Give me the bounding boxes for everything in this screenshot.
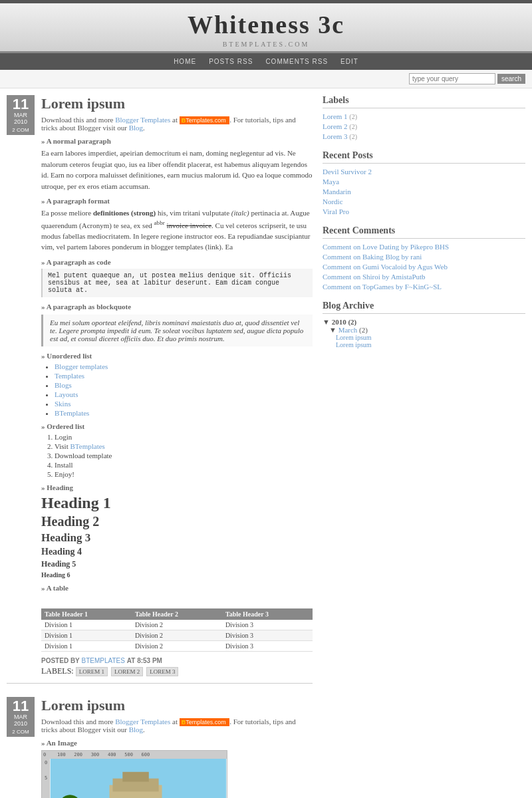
recent-comments-list: Comment on Love Dating by Pikepro BHS Co… xyxy=(323,243,525,291)
templates-link[interactable]: blogger templates (link) xyxy=(151,243,221,251)
section-heading-image: » An Image xyxy=(41,739,313,747)
post-body-2: Lorem ipsum Download this and more Blogg… xyxy=(41,697,313,798)
list-item: Maya xyxy=(323,178,525,186)
image-scene xyxy=(50,759,227,798)
blog-link-2[interactable]: Blog xyxy=(129,726,143,733)
archive-post-link-0[interactable]: Lorem ipsum xyxy=(336,334,372,341)
section-heading-code: » A paragraph as code xyxy=(41,258,313,266)
recent-post-3[interactable]: Nordic xyxy=(323,198,343,205)
table-cell: Division 3 xyxy=(222,620,313,630)
blogger-templates-link-2[interactable]: Blogger Templates xyxy=(115,718,170,726)
ol-item-1[interactable]: BTemplates xyxy=(70,442,104,450)
archive-post-link-1[interactable]: Lorem ipsum xyxy=(336,341,372,348)
section-heading-format: » A paragraph format xyxy=(41,197,313,205)
main-nav: HOME POSTS RSS COMMENTS RSS EDIT xyxy=(0,53,532,70)
recent-post-4[interactable]: Viral Pro xyxy=(323,207,349,215)
comment-1[interactable]: Comment on Baking Blog by rani xyxy=(323,253,422,261)
list-item: Comment on Gumi Vocaloid by Agus Web xyxy=(323,263,525,271)
sidebar-blog-archive: Blog Archive ▼ 2010 (2) ▼ March (2) Lore… xyxy=(323,301,525,348)
table-cell: Division 1 xyxy=(41,640,132,651)
table-cell: Division 3 xyxy=(222,630,313,640)
labels-label: LABELS: xyxy=(41,666,74,676)
section-heading-normal: » A normal paragraph xyxy=(41,137,313,145)
recent-post-2[interactable]: Mandarin xyxy=(323,188,351,196)
list-item: Blogs xyxy=(55,381,313,389)
comment-0[interactable]: Comment on Love Dating by Pikepro BHS xyxy=(323,243,449,251)
ul-item-1[interactable]: Templates xyxy=(55,372,84,380)
ul-item-0[interactable]: Blogger templates xyxy=(55,362,108,370)
ruler-mark-v: 0 xyxy=(45,760,47,765)
blog-link[interactable]: Blog xyxy=(129,124,143,132)
label-item-1[interactable]: Lorem 2 xyxy=(323,122,348,130)
ordered-list: Login Visit BTemplates Download template… xyxy=(55,433,313,478)
demo-table: Table Header 1 Table Header 2 Table Head… xyxy=(41,608,313,652)
post-author[interactable]: BTEMPLATES xyxy=(82,657,125,664)
search-button[interactable]: search xyxy=(497,74,525,84)
post-year: 2010 xyxy=(9,720,33,727)
label-item-0[interactable]: Lorem 1 xyxy=(323,112,348,120)
ul-item-5[interactable]: BTemplates xyxy=(55,409,89,417)
demo-heading-2: Heading 2 xyxy=(41,514,313,529)
comment-3[interactable]: Comment on Shiroi by AmistaPutb xyxy=(323,273,426,281)
label-lorem3[interactable]: LOREM 3 xyxy=(146,667,178,676)
list-item: Skins xyxy=(55,400,313,408)
post-footer-1: POSTED BY BTEMPLATES AT 8:53 PM xyxy=(41,657,313,664)
ul-item-2[interactable]: Blogs xyxy=(55,381,72,389)
ul-item-4[interactable]: Skins xyxy=(55,400,70,408)
strong-text: definitiones (strong) xyxy=(93,209,156,217)
acronym-link[interactable]: Acronym xyxy=(82,221,110,229)
section-heading-blockquote: » A paragraph as blockquote xyxy=(41,303,313,311)
list-item: Lorem 3 (2) xyxy=(323,132,525,140)
archive-month-link[interactable]: March xyxy=(338,326,358,334)
recent-post-1[interactable]: Maya xyxy=(323,178,339,186)
archive-post: Lorem ipsum xyxy=(336,341,525,348)
blockquote-block: Eu mei solum oporteat eleifend, libris n… xyxy=(41,315,313,346)
ul-item-3[interactable]: Layouts xyxy=(55,390,78,398)
list-item: Viral Pro xyxy=(323,207,525,215)
normal-paragraph: Ea earn labores imperdiet, apeirian demo… xyxy=(41,148,313,192)
nav-posts-rss[interactable]: POSTS RSS xyxy=(209,58,253,65)
search-input[interactable] xyxy=(409,73,495,84)
post-intro-1: Download this and more Blogger Templates… xyxy=(41,116,313,132)
archive-year-link[interactable]: 2010 xyxy=(332,318,346,326)
posted-by-label: POSTED BY xyxy=(41,657,80,664)
post-date-1: 11 MAR 2010 2 COM xyxy=(7,95,35,135)
labels-heading: Labels xyxy=(323,95,525,108)
section-heading-headings: » Heading xyxy=(41,483,313,491)
list-item: Download template xyxy=(55,452,313,460)
nav-home[interactable]: HOME xyxy=(174,58,196,65)
section-heading-table: » A table xyxy=(41,584,313,592)
post-comments: 2 COM xyxy=(9,127,33,133)
list-item: Install xyxy=(55,461,313,469)
blogger-templates-link[interactable]: Blogger Templates xyxy=(115,116,170,124)
list-item: Blogger templates xyxy=(55,362,313,370)
label-lorem2[interactable]: LOREM 2 xyxy=(111,667,143,676)
post-month: MAR xyxy=(9,112,33,118)
list-item: Enjoy! xyxy=(55,470,313,478)
site-title: Whiteness 3c xyxy=(0,10,532,39)
demo-heading-1: Heading 1 xyxy=(41,494,313,512)
site-header: Whiteness 3c BTEMPLATES.COM xyxy=(0,3,532,53)
table-cell: Division 2 xyxy=(132,620,222,630)
table-cell: Division 2 xyxy=(132,630,222,640)
list-item: Templates xyxy=(55,372,313,380)
labels-list: Lorem 1 (2) Lorem 2 (2) Lorem 3 (2) xyxy=(323,112,525,140)
label-lorem1[interactable]: LOREM 1 xyxy=(76,667,108,676)
nav-edit[interactable]: EDIT xyxy=(340,58,358,65)
table-cell: Division 3 xyxy=(222,640,313,651)
list-item: Comment on Baking Blog by rani xyxy=(323,253,525,261)
post-1: 11 MAR 2010 2 COM Lorem ipsum Download t… xyxy=(7,95,313,684)
table-row: Division 1 Division 2 Division 3 xyxy=(41,630,313,640)
list-item: Visit BTemplates xyxy=(55,442,313,450)
recent-comments-heading: Recent Comments xyxy=(323,225,525,239)
italic-text: (italc) xyxy=(231,209,249,217)
recent-post-0[interactable]: Devil Survivor 2 xyxy=(323,168,372,176)
post-intro-2: Download this and more Blogger Templates… xyxy=(41,718,313,733)
comment-2[interactable]: Comment on Gumi Vocaloid by Agus Web xyxy=(323,263,448,271)
sidebar-recent-comments: Recent Comments Comment on Love Dating b… xyxy=(323,225,525,291)
comment-4[interactable]: Comment on TopGames by F~KinG~SL xyxy=(323,283,442,291)
post-day: 11 xyxy=(9,97,33,112)
demo-heading-4: Heading 4 xyxy=(41,547,313,557)
label-item-2[interactable]: Lorem 3 xyxy=(323,132,348,140)
nav-comments-rss[interactable]: COMMENTS RSS xyxy=(265,58,328,65)
